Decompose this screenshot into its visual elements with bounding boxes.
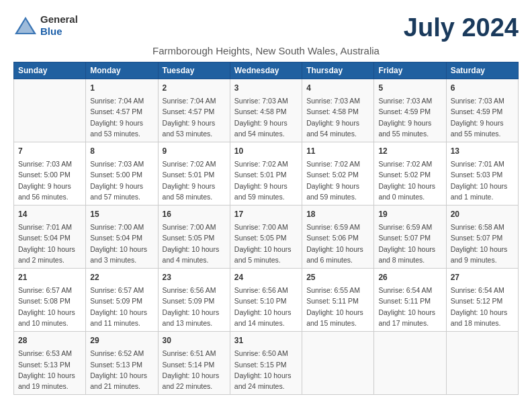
calendar-week-row: 7Sunrise: 7:03 AM Sunset: 5:00 PM Daylig… xyxy=(14,142,519,205)
day-number: 31 xyxy=(234,334,298,347)
day-info: Sunrise: 6:57 AM Sunset: 5:09 PM Dayligh… xyxy=(90,285,153,328)
day-info: Sunrise: 7:00 AM Sunset: 5:05 PM Dayligh… xyxy=(163,222,226,265)
day-info: Sunrise: 6:51 AM Sunset: 5:14 PM Dayligh… xyxy=(163,348,226,392)
header: General Blue July 2024 xyxy=(13,13,519,42)
day-info: Sunrise: 7:00 AM Sunset: 5:05 PM Dayligh… xyxy=(234,222,298,265)
logo-general: General xyxy=(40,13,78,25)
calendar-cell: 9Sunrise: 7:02 AM Sunset: 5:01 PM Daylig… xyxy=(158,142,230,205)
logo-blue: Blue xyxy=(40,26,62,37)
day-number: 6 xyxy=(451,82,514,94)
day-info: Sunrise: 6:57 AM Sunset: 5:08 PM Dayligh… xyxy=(18,285,81,328)
calendar-cell: 11Sunrise: 7:02 AM Sunset: 5:02 PM Dayli… xyxy=(302,142,374,205)
calendar-cell: 22Sunrise: 6:57 AM Sunset: 5:09 PM Dayli… xyxy=(86,269,158,332)
day-info: Sunrise: 6:53 AM Sunset: 5:13 PM Dayligh… xyxy=(18,348,81,392)
calendar-cell: 23Sunrise: 6:56 AM Sunset: 5:09 PM Dayli… xyxy=(158,269,230,332)
column-header-monday: Monday xyxy=(86,62,158,79)
day-info: Sunrise: 6:58 AM Sunset: 5:07 PM Dayligh… xyxy=(451,222,514,265)
calendar-cell: 28Sunrise: 6:53 AM Sunset: 5:13 PM Dayli… xyxy=(14,332,86,395)
day-info: Sunrise: 7:02 AM Sunset: 5:01 PM Dayligh… xyxy=(234,158,298,202)
calendar-cell: 31Sunrise: 6:50 AM Sunset: 5:15 PM Dayli… xyxy=(230,332,302,395)
column-header-thursday: Thursday xyxy=(302,62,374,79)
day-number: 19 xyxy=(378,208,441,220)
day-number: 17 xyxy=(234,208,298,220)
day-number: 8 xyxy=(90,145,153,157)
calendar-cell: 14Sunrise: 7:01 AM Sunset: 5:04 PM Dayli… xyxy=(14,205,86,269)
day-number: 24 xyxy=(234,271,298,283)
calendar-cell: 19Sunrise: 6:59 AM Sunset: 5:07 PM Dayli… xyxy=(374,205,446,269)
day-info: Sunrise: 7:02 AM Sunset: 5:02 PM Dayligh… xyxy=(378,158,441,202)
column-header-sunday: Sunday xyxy=(14,62,86,79)
calendar-cell: 27Sunrise: 6:54 AM Sunset: 5:12 PM Dayli… xyxy=(446,269,518,332)
day-number: 4 xyxy=(306,82,369,94)
day-number: 9 xyxy=(163,145,226,157)
calendar-cell xyxy=(374,332,446,395)
day-number: 22 xyxy=(90,271,153,283)
day-info: Sunrise: 7:03 AM Sunset: 5:00 PM Dayligh… xyxy=(18,158,81,202)
day-number: 3 xyxy=(234,82,298,94)
day-number: 15 xyxy=(90,208,153,220)
location-title: Farmborough Heights, New South Wales, Au… xyxy=(13,45,519,56)
day-info: Sunrise: 7:03 AM Sunset: 4:58 PM Dayligh… xyxy=(306,95,369,139)
day-info: Sunrise: 6:55 AM Sunset: 5:11 PM Dayligh… xyxy=(306,285,369,328)
day-info: Sunrise: 6:59 AM Sunset: 5:07 PM Dayligh… xyxy=(378,222,441,265)
day-info: Sunrise: 7:03 AM Sunset: 4:59 PM Dayligh… xyxy=(378,95,441,139)
column-header-saturday: Saturday xyxy=(446,62,518,79)
day-number: 10 xyxy=(234,145,298,157)
day-info: Sunrise: 6:56 AM Sunset: 5:09 PM Dayligh… xyxy=(163,285,226,328)
calendar-cell: 16Sunrise: 7:00 AM Sunset: 5:05 PM Dayli… xyxy=(158,205,230,269)
day-info: Sunrise: 6:56 AM Sunset: 5:10 PM Dayligh… xyxy=(234,285,298,328)
day-info: Sunrise: 7:03 AM Sunset: 5:00 PM Dayligh… xyxy=(90,158,153,202)
calendar-cell xyxy=(446,332,518,395)
day-number: 2 xyxy=(163,82,226,94)
day-number: 14 xyxy=(18,208,81,220)
day-number: 1 xyxy=(90,82,153,94)
day-info: Sunrise: 7:03 AM Sunset: 4:58 PM Dayligh… xyxy=(234,95,298,139)
calendar-cell: 21Sunrise: 6:57 AM Sunset: 5:08 PM Dayli… xyxy=(14,269,86,332)
calendar-week-row: 1Sunrise: 7:04 AM Sunset: 4:57 PM Daylig… xyxy=(14,79,519,142)
day-info: Sunrise: 7:00 AM Sunset: 5:04 PM Dayligh… xyxy=(90,222,153,265)
day-number: 12 xyxy=(378,145,441,157)
day-number: 18 xyxy=(306,208,369,220)
calendar-cell: 15Sunrise: 7:00 AM Sunset: 5:04 PM Dayli… xyxy=(86,205,158,269)
day-info: Sunrise: 7:04 AM Sunset: 4:57 PM Dayligh… xyxy=(90,95,153,139)
logo: General Blue xyxy=(13,13,78,38)
day-number: 16 xyxy=(163,208,226,220)
day-info: Sunrise: 7:03 AM Sunset: 4:59 PM Dayligh… xyxy=(451,95,514,139)
day-info: Sunrise: 7:02 AM Sunset: 5:02 PM Dayligh… xyxy=(306,158,369,202)
calendar-cell: 1Sunrise: 7:04 AM Sunset: 4:57 PM Daylig… xyxy=(86,79,158,142)
calendar-cell: 25Sunrise: 6:55 AM Sunset: 5:11 PM Dayli… xyxy=(302,269,374,332)
calendar-cell: 6Sunrise: 7:03 AM Sunset: 4:59 PM Daylig… xyxy=(446,79,518,142)
day-number: 7 xyxy=(18,145,81,157)
day-info: Sunrise: 6:59 AM Sunset: 5:06 PM Dayligh… xyxy=(306,222,369,265)
day-info: Sunrise: 7:04 AM Sunset: 4:57 PM Dayligh… xyxy=(163,95,226,139)
calendar-cell: 3Sunrise: 7:03 AM Sunset: 4:58 PM Daylig… xyxy=(230,79,302,142)
calendar-cell: 5Sunrise: 7:03 AM Sunset: 4:59 PM Daylig… xyxy=(374,79,446,142)
calendar-header-row: SundayMondayTuesdayWednesdayThursdayFrid… xyxy=(14,62,519,79)
day-info: Sunrise: 7:02 AM Sunset: 5:01 PM Dayligh… xyxy=(163,158,226,202)
column-header-tuesday: Tuesday xyxy=(158,62,230,79)
calendar-cell: 30Sunrise: 6:51 AM Sunset: 5:14 PM Dayli… xyxy=(158,332,230,395)
day-info: Sunrise: 6:50 AM Sunset: 5:15 PM Dayligh… xyxy=(234,348,298,392)
calendar-cell: 13Sunrise: 7:01 AM Sunset: 5:03 PM Dayli… xyxy=(446,142,518,205)
calendar-cell: 24Sunrise: 6:56 AM Sunset: 5:10 PM Dayli… xyxy=(230,269,302,332)
day-info: Sunrise: 6:52 AM Sunset: 5:13 PM Dayligh… xyxy=(90,348,153,392)
day-number: 20 xyxy=(451,208,514,220)
day-number: 27 xyxy=(451,271,514,283)
calendar-cell: 8Sunrise: 7:03 AM Sunset: 5:00 PM Daylig… xyxy=(86,142,158,205)
day-number: 13 xyxy=(451,145,514,157)
calendar-cell: 26Sunrise: 6:54 AM Sunset: 5:11 PM Dayli… xyxy=(374,269,446,332)
day-number: 21 xyxy=(18,271,81,283)
day-number: 23 xyxy=(163,271,226,283)
day-number: 11 xyxy=(306,145,369,157)
day-info: Sunrise: 7:01 AM Sunset: 5:03 PM Dayligh… xyxy=(451,158,514,202)
day-number: 28 xyxy=(18,334,81,347)
month-title: July 2024 xyxy=(404,13,519,42)
day-info: Sunrise: 7:01 AM Sunset: 5:04 PM Dayligh… xyxy=(18,222,81,265)
calendar-cell: 18Sunrise: 6:59 AM Sunset: 5:06 PM Dayli… xyxy=(302,205,374,269)
column-header-wednesday: Wednesday xyxy=(230,62,302,79)
calendar-cell: 17Sunrise: 7:00 AM Sunset: 5:05 PM Dayli… xyxy=(230,205,302,269)
column-header-friday: Friday xyxy=(374,62,446,79)
calendar-cell: 20Sunrise: 6:58 AM Sunset: 5:07 PM Dayli… xyxy=(446,205,518,269)
day-number: 26 xyxy=(378,271,441,283)
day-number: 29 xyxy=(90,334,153,347)
